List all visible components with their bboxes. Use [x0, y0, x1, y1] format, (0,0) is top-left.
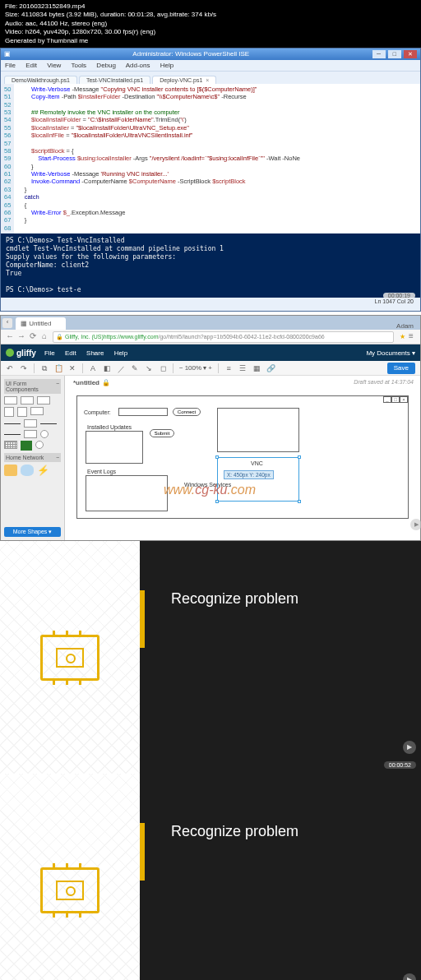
delete-icon[interactable]: ✕: [68, 364, 76, 372]
mockup-window[interactable]: _□× Computer: Connect Installed Updates …: [76, 395, 409, 519]
ise-titlebar[interactable]: ▣ Administrator: Windows PowerShell ISE …: [1, 49, 420, 60]
nav-home-button[interactable]: ⌂: [39, 331, 50, 343]
source-code[interactable]: Write-Verbose -Message "Copying VNC inst…: [14, 84, 303, 233]
redo-icon[interactable]: ↷: [20, 364, 28, 372]
my-documents-dropdown[interactable]: My Documents ▾: [366, 349, 415, 357]
ise-code-editor[interactable]: 50515253545556575859606162636465666768 W…: [1, 84, 420, 233]
browser-tab-untitled[interactable]: ▦ Untitled: [16, 317, 66, 330]
shape-line[interactable]: [40, 423, 57, 424]
tab-testvnc[interactable]: Test-VNCInstalled.ps1: [79, 76, 150, 84]
connector-icon[interactable]: ↘: [145, 364, 153, 372]
shape-button[interactable]: [24, 419, 37, 428]
zoom-control[interactable]: −100% ▾+: [179, 364, 212, 372]
tab-demowalkthrough[interactable]: DemoWalkthrough.ps1: [4, 76, 77, 84]
more-shapes-button[interactable]: More Shapes ▾: [4, 527, 61, 537]
mock-max-icon: □: [391, 396, 400, 403]
gliffy-body: UI Form Components− Home Network− ⚡ More…: [1, 376, 420, 540]
fill-icon[interactable]: ◧: [103, 364, 111, 372]
menu-edit[interactable]: Edit: [25, 62, 37, 69]
mock-eventlogs-panel[interactable]: [86, 475, 168, 511]
play-icon[interactable]: ▶: [410, 519, 421, 530]
undo-icon[interactable]: ↶: [6, 364, 14, 372]
shape-square[interactable]: [17, 407, 27, 417]
collapse-icon[interactable]: −: [56, 381, 59, 392]
layers-icon[interactable]: ☰: [238, 364, 247, 372]
menu-view[interactable]: View: [47, 62, 61, 69]
play-icon[interactable]: ▶: [403, 741, 416, 754]
section-home-network[interactable]: Home Network−: [4, 453, 61, 462]
save-button[interactable]: Save: [387, 363, 415, 374]
gl-menu-share[interactable]: Share: [86, 349, 104, 357]
mock-connect-button[interactable]: Connect: [173, 408, 201, 416]
copy-icon[interactable]: ⧉: [40, 364, 49, 372]
shape-bolt[interactable]: ⚡: [37, 465, 50, 476]
section-ui-form[interactable]: UI Form Components−: [4, 379, 61, 394]
shape-radio[interactable]: [35, 441, 44, 449]
zoom-value[interactable]: 100% ▾: [185, 364, 207, 372]
gliffy-canvas[interactable]: *untitled🔒 Draft saved at 14:37:04 _□× C…: [65, 376, 420, 540]
mock-submit-button[interactable]: Submit: [150, 429, 174, 437]
bookmark-star-icon[interactable]: ★: [400, 333, 405, 340]
resize-handle[interactable]: [215, 500, 219, 503]
menu-debug[interactable]: Debug: [96, 62, 116, 69]
shape-rect[interactable]: [4, 396, 17, 404]
shape-progress[interactable]: [24, 430, 37, 438]
mock-computer-input[interactable]: [118, 408, 168, 416]
tab-close-icon[interactable]: ×: [206, 77, 209, 83]
nav-back-button[interactable]: ←: [4, 331, 16, 343]
chip-illustration: [40, 635, 99, 681]
gl-menu-edit[interactable]: Edit: [65, 349, 76, 357]
tab-prev-icon[interactable]: ‹: [2, 318, 12, 328]
paste-icon[interactable]: 📋: [54, 364, 62, 372]
text-icon[interactable]: A: [89, 364, 97, 372]
gl-menu-file[interactable]: File: [44, 349, 55, 357]
mock-top-right-panel[interactable]: [217, 408, 299, 452]
shape-slider[interactable]: [4, 434, 21, 435]
nav-forward-button[interactable]: →: [16, 331, 27, 343]
zoom-in-icon[interactable]: +: [208, 364, 212, 372]
line-icon[interactable]: ／: [117, 364, 125, 372]
menu-addons[interactable]: Add-ons: [126, 62, 150, 69]
browser-menu-icon[interactable]: ≡: [405, 331, 417, 343]
shape-rect[interactable]: [37, 396, 50, 404]
powershell-ise-window: ▣ Administrator: Windows PowerShell ISE …: [0, 48, 421, 312]
shape-monitor[interactable]: [4, 465, 17, 476]
nav-reload-button[interactable]: ⟳: [27, 331, 39, 343]
shape-circle[interactable]: [40, 430, 49, 438]
address-bar[interactable]: 🔒 Gliffy, Inc. (US) https://www.gliffy.c…: [53, 331, 394, 343]
shape-icon[interactable]: ◻: [159, 364, 167, 372]
menu-file[interactable]: File: [5, 62, 16, 69]
mock-updates-panel[interactable]: [86, 431, 143, 464]
shape-rect[interactable]: [21, 396, 34, 404]
resize-handle[interactable]: [215, 455, 219, 459]
shape-panel[interactable]: [21, 441, 32, 451]
play-icon[interactable]: ▶: [403, 973, 416, 980]
gear-icon: [66, 886, 76, 896]
resize-handle[interactable]: [298, 455, 301, 459]
shape-rect[interactable]: [30, 407, 44, 415]
shape-table[interactable]: [4, 441, 17, 449]
close-button[interactable]: ✕: [404, 50, 417, 58]
collapse-icon[interactable]: −: [56, 455, 59, 460]
zoom-out-icon[interactable]: −: [179, 364, 183, 372]
grid-icon[interactable]: ▦: [252, 364, 261, 372]
gliffy-logo[interactable]: gliffy: [6, 349, 36, 358]
separator: [82, 363, 83, 373]
shape-line[interactable]: [4, 423, 21, 424]
tab-deployvnc[interactable]: Deploy-VNC.ps1×: [152, 76, 216, 84]
align-icon[interactable]: ≡: [224, 364, 233, 372]
lock-icon: 🔒: [102, 379, 110, 386]
maximize-button[interactable]: □: [388, 50, 401, 58]
ise-console[interactable]: PS C:\Demos> Test-VncInstalled cmdlet Te…: [1, 233, 420, 298]
minimize-button[interactable]: ─: [372, 50, 386, 58]
gl-menu-help[interactable]: Help: [114, 349, 127, 357]
menu-help[interactable]: Help: [160, 62, 173, 69]
pen-icon[interactable]: ✎: [131, 364, 139, 372]
menu-tools[interactable]: Tools: [71, 62, 86, 69]
link-icon[interactable]: 🔗: [266, 364, 275, 372]
shape-square[interactable]: [4, 407, 14, 417]
resize-handle[interactable]: [298, 500, 301, 503]
browser-profile[interactable]: Adam: [390, 322, 420, 330]
mock-vnc-panel-selected[interactable]: VNC: [217, 457, 299, 502]
shape-cloud[interactable]: [21, 465, 34, 476]
